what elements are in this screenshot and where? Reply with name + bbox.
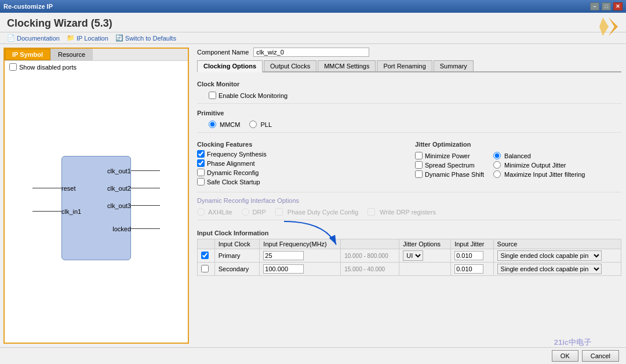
tab-ip-symbol[interactable]: IP Symbol <box>5 49 50 60</box>
port-clk-out3: clk_out3 <box>107 202 160 209</box>
port-reset: reset <box>32 185 75 192</box>
primitive-pll-row: PLL <box>249 121 272 128</box>
phase-duty-label: Phase Duty Cycle Config <box>287 209 358 216</box>
axi4lite-label: AXI4Lite <box>208 209 232 216</box>
tab-mmcm-settings[interactable]: MMCM Settings <box>318 60 376 71</box>
table-header-row: Input Clock Input Frequency(MHz) Jitter … <box>198 239 621 249</box>
primitive-mmcm-radio[interactable] <box>209 121 216 128</box>
primitive-pll-label: PLL <box>260 121 272 128</box>
row-name-1: Secondary <box>214 263 260 276</box>
maximize-button[interactable]: □ <box>602 2 611 10</box>
jitter-option-select-0[interactable]: UI <box>403 250 423 261</box>
input-clock-table: Input Clock Input Frequency(MHz) Jitter … <box>197 239 621 276</box>
clk-out1-line <box>131 170 160 171</box>
toolbar-switch-defaults[interactable]: 🔄 Switch to Defaults <box>115 34 176 42</box>
row-jitter-option-0: UI <box>399 249 451 263</box>
dynamic-reconfig-row: Dynamic Reconfig <box>197 169 403 176</box>
jitter-value-input-1[interactable] <box>454 264 483 274</box>
freq-input-0[interactable] <box>263 251 304 260</box>
freq-synthesis-label: Frequency Synthesis <box>207 151 267 158</box>
minimize-power-label: Minimize Power <box>425 152 470 159</box>
minimize-power-row: Minimize Power <box>415 152 484 159</box>
minimize-output-jitter-row: Minimize Output Jitter <box>493 161 585 169</box>
cancel-button[interactable]: Cancel <box>582 350 619 362</box>
minimize-power-checkbox[interactable] <box>415 152 423 159</box>
phase-alignment-checkbox[interactable] <box>197 159 205 167</box>
ip-block: reset clk_in1 clk_out1 clk_out2 <box>32 150 160 266</box>
bottom-bar: OK Cancel <box>0 347 626 364</box>
toolbar-documentation[interactable]: 📄 Documentation <box>7 34 60 42</box>
dynamic-reconfig-interface-title: Dynamic Reconfig Interface Options <box>197 197 621 204</box>
safe-clock-startup-label: Safe Clock Startup <box>207 179 260 185</box>
svg-marker-0 <box>609 17 618 36</box>
row-source-1: Single ended clock capable pin <box>493 263 621 276</box>
jitter-value-input-0[interactable] <box>454 251 483 260</box>
row-jitter-value-0 <box>451 249 493 263</box>
spread-spectrum-checkbox[interactable] <box>415 161 423 169</box>
toolbar: 📄 Documentation 📁 IP Location 🔄 Switch t… <box>0 32 626 44</box>
locked-label: locked <box>112 225 131 232</box>
dynamic-phase-shift-label: Dynamic Phase Shift <box>425 171 484 178</box>
freq-input-1[interactable] <box>263 264 304 274</box>
reset-line <box>32 188 61 188</box>
row-checkbox-cell <box>198 249 215 263</box>
tab-resource[interactable]: Resource <box>50 49 93 60</box>
tab-summary[interactable]: Summary <box>434 60 474 71</box>
clk-out2-label: clk_out2 <box>107 185 131 192</box>
phase-duty-checkbox[interactable] <box>275 208 283 216</box>
dynamic-reconfig-checkbox[interactable] <box>197 169 205 176</box>
table-row: Secondary 15.000 - 40.000 Single ended c… <box>198 263 621 276</box>
ip-symbol-area: reset clk_in1 clk_out1 clk_out2 <box>5 73 188 343</box>
safe-clock-startup-row: Safe Clock Startup <box>197 178 403 185</box>
row-name-0: Primary <box>214 249 260 263</box>
main-window: Clocking Wizard (5.3) 📄 Documentation 📁 … <box>0 13 626 364</box>
col-source: Source <box>493 239 621 249</box>
freq-synthesis-checkbox[interactable] <box>197 150 205 158</box>
maximize-input-jitter-row: Maximize Input Jitter filtering <box>493 170 585 178</box>
reset-label: reset <box>61 185 75 192</box>
toolbar-ip-location[interactable]: 📁 IP Location <box>67 34 108 42</box>
window-title: Re-customize IP <box>3 3 53 10</box>
jitter-radios: Balanced Minimize Output Jitter Maximize… <box>493 150 585 180</box>
tab-output-clocks[interactable]: Output Clocks <box>264 60 316 71</box>
dynamic-phase-shift-row: Dynamic Phase Shift <box>415 170 484 178</box>
row-checkbox-1[interactable] <box>201 265 209 272</box>
phase-alignment-label: Phase Alignment <box>207 160 255 167</box>
minimize-button[interactable]: – <box>590 2 599 10</box>
col-checkbox <box>198 239 215 249</box>
port-clk-in1: clk_in1 <box>32 208 81 215</box>
balanced-radio[interactable] <box>493 152 501 159</box>
row-jitter-value-1 <box>451 263 493 276</box>
tab-clocking-options[interactable]: Clocking Options <box>197 60 263 72</box>
dynamic-reconfig-options: AXI4Lite DRP Phase Duty Cycle Config Wri… <box>197 206 621 217</box>
component-name-input[interactable] <box>253 48 369 57</box>
safe-clock-startup-checkbox[interactable] <box>197 178 205 185</box>
source-select-0[interactable]: Single ended clock capable pin <box>497 250 602 261</box>
axi4lite-radio[interactable] <box>197 208 205 216</box>
minimize-output-jitter-label: Minimize Output Jitter <box>504 162 566 169</box>
minimize-output-jitter-radio[interactable] <box>493 161 501 169</box>
component-name-row: Component Name <box>197 48 621 57</box>
write-drp-checkbox[interactable] <box>367 208 375 216</box>
primitive-pll-radio[interactable] <box>249 121 257 128</box>
row-checkbox-0[interactable] <box>201 252 209 259</box>
col-input-freq: Input Frequency(MHz) <box>260 239 341 249</box>
write-drp-row: Write DRP registers <box>367 208 436 216</box>
show-disabled-checkbox[interactable] <box>9 63 17 71</box>
close-button[interactable]: ✕ <box>613 2 623 10</box>
left-panel: IP Symbol Resource Show disabled ports r… <box>3 48 189 344</box>
enable-clock-monitoring-checkbox[interactable] <box>209 92 216 99</box>
dynamic-phase-shift-checkbox[interactable] <box>415 170 423 178</box>
features-jitter-section: Clocking Features Frequency Synthesis Ph… <box>197 137 621 187</box>
title-bar-controls: – □ ✕ <box>590 2 623 10</box>
maximize-input-jitter-radio[interactable] <box>493 170 501 178</box>
input-clock-title: Input Clock Information <box>197 230 621 236</box>
source-select-1[interactable]: Single ended clock capable pin <box>497 264 602 274</box>
tab-port-renaming[interactable]: Port Renaming <box>377 60 432 71</box>
locked-line <box>131 228 160 229</box>
ok-button[interactable]: OK <box>552 350 578 362</box>
primitive-title: Primitive <box>197 110 621 117</box>
clock-monitor-title: Clock Monitor <box>197 81 621 88</box>
drp-radio[interactable] <box>242 208 249 216</box>
col-jitter-options: Jitter Options <box>399 239 451 249</box>
